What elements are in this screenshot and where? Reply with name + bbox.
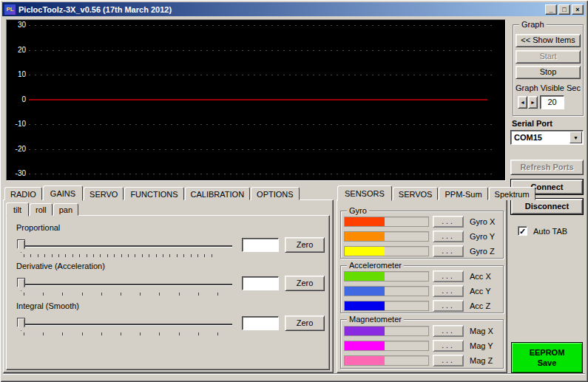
proportional-slider-track[interactable]	[22, 245, 232, 247]
acc-z-bar-fill	[345, 301, 385, 310]
acc-x-bar-fill	[345, 272, 385, 281]
tab-gains[interactable]: GAINS	[43, 185, 83, 201]
gyro-x-more-button[interactable]: ...	[433, 216, 464, 228]
mag-y-bar-fill	[345, 341, 385, 350]
gyro-z-bar-fill	[345, 247, 385, 256]
spin-left-icon[interactable]: ◄	[518, 96, 527, 109]
magnetometer-group-label: Magnetometer	[347, 315, 404, 324]
tab-servo[interactable]: SERVO	[84, 187, 124, 200]
eeprom-save-button[interactable]: EEPROM Save	[511, 342, 583, 373]
close-icon[interactable]: ×	[572, 4, 584, 15]
auto-tab-label: Auto TAB	[533, 227, 567, 236]
mag-z-more-button[interactable]: ...	[433, 355, 464, 366]
gyro-x-bar-fill	[345, 217, 385, 226]
serial-port-combobox[interactable]: COM15 ▼	[510, 130, 584, 145]
acc-y-bar	[344, 286, 429, 296]
minimize-icon[interactable]: _	[545, 4, 557, 15]
tab-radio[interactable]: RADIO	[4, 187, 42, 200]
derivative-group: Derivative (Acceleration) Zero	[7, 262, 329, 304]
derivative-slider-thumb[interactable]	[17, 278, 25, 291]
app-window: PL PiclocToolz-3X_v0.56 (17th March 2012…	[0, 0, 588, 382]
sensor-tab-bar: SENSORS SERVOS PPM-Sum Spektrum	[337, 184, 536, 200]
y-axis-tick: -20	[10, 145, 26, 154]
magnetometer-groupbox: Magnetometer ... Mag X ... Mag Y ...	[340, 319, 504, 369]
stop-button[interactable]: Stop	[516, 66, 581, 79]
integral-slider-thumb[interactable]	[17, 318, 25, 331]
chevron-down-icon[interactable]: ▼	[570, 132, 582, 143]
y-axis-tick: -30	[10, 169, 26, 178]
spin-right-icon[interactable]: ►	[528, 96, 538, 109]
tab-calibration[interactable]: CALIBRATION	[185, 187, 251, 200]
acc-x-label: Acc X	[470, 272, 491, 281]
serial-port-label: Serial Port	[512, 119, 552, 128]
tab-tilt[interactable]: tilt	[6, 202, 29, 216]
window-bottom-divider	[3, 373, 585, 375]
derivative-value-input[interactable]	[242, 276, 279, 290]
acc-y-more-button[interactable]: ...	[433, 285, 464, 297]
gridline	[29, 50, 495, 51]
gyro-x-label: Gyro X	[470, 217, 495, 226]
gyro-z-label: Gyro Z	[470, 247, 495, 256]
mag-z-bar-fill	[345, 356, 385, 365]
gridline	[29, 75, 495, 75]
y-axis-tick: 10	[10, 70, 26, 79]
mag-x-more-button[interactable]: ...	[433, 325, 464, 337]
mag-z-bar	[344, 355, 429, 366]
title-bar[interactable]: PL PiclocToolz-3X_v0.56 (17th March 2012…	[2, 2, 586, 16]
slider-ticks	[24, 254, 218, 257]
mag-x-bar	[344, 326, 429, 336]
disconnect-button[interactable]: Disconnect	[511, 199, 583, 214]
y-axis-tick: 30	[10, 21, 26, 30]
zero-line	[29, 99, 487, 100]
refresh-ports-button[interactable]: Refresh Ports	[510, 160, 584, 175]
gyro-y-bar-fill	[345, 232, 385, 241]
acc-x-more-button[interactable]: ...	[433, 270, 464, 282]
show-items-button[interactable]: << Show Items	[516, 34, 581, 47]
window-title: PiclocToolz-3X_v0.56 (17th March 2012)	[18, 5, 544, 14]
gyro-y-label: Gyro Y	[470, 232, 495, 241]
integral-slider-track[interactable]	[22, 324, 232, 325]
integral-zero-button[interactable]: Zero	[285, 316, 325, 331]
integral-label: Integral (Smooth)	[16, 301, 79, 310]
graph-canvas: 30 20 10 0 -10 -20 -30	[6, 19, 506, 181]
gyro-y-more-button[interactable]: ...	[433, 231, 464, 242]
integral-group: Integral (Smooth) Zero	[7, 301, 329, 344]
tab-sensors[interactable]: SENSORS	[337, 185, 392, 201]
app-icon: PL	[4, 4, 16, 15]
auto-tab-checkbox[interactable]: ✓	[518, 226, 527, 236]
proportional-value-input[interactable]	[242, 238, 279, 252]
slider-ticks	[24, 293, 218, 296]
derivative-zero-button[interactable]: Zero	[285, 276, 325, 291]
gyro-groupbox: Gyro ... Gyro X ... Gyro Y ...	[340, 211, 504, 259]
derivative-slider-track[interactable]	[22, 284, 232, 285]
mag-z-label: Mag Z	[470, 356, 493, 365]
graph-group-label: Graph	[519, 20, 547, 29]
proportional-slider-thumb[interactable]	[17, 239, 25, 253]
tab-pan[interactable]: pan	[53, 203, 78, 216]
axis-tab-bar: tilt roll pan	[6, 201, 79, 216]
serial-port-value: COM15	[514, 133, 542, 142]
tab-functions[interactable]: FUNCTIONS	[124, 187, 183, 200]
sensors-panel: Gyro ... Gyro X ... Gyro Y ...	[337, 199, 507, 373]
maximize-icon[interactable]: □	[558, 4, 570, 15]
accelerometer-groupbox: Accelerometer ... Acc X ... Acc Y ...	[340, 265, 504, 313]
acc-z-more-button[interactable]: ...	[433, 300, 464, 312]
tab-options[interactable]: OPTIONS	[251, 187, 300, 200]
acc-y-bar-fill	[345, 287, 385, 296]
tab-servos[interactable]: SERVOS	[393, 187, 439, 200]
eeprom-save-line1: EEPROM	[512, 347, 582, 358]
gyro-x-bar	[344, 216, 429, 227]
integral-value-input[interactable]	[242, 316, 279, 330]
tab-roll[interactable]: roll	[30, 203, 53, 216]
tilt-page: Proportional Zero Derivative (Accelerati…	[6, 215, 330, 370]
gains-panel: tilt roll pan Proportional Zero Derivati…	[3, 199, 334, 373]
mag-y-more-button[interactable]: ...	[433, 340, 464, 352]
visible-sec-value[interactable]: 20	[540, 95, 564, 109]
start-button[interactable]: Start	[516, 50, 581, 64]
gyro-z-more-button[interactable]: ...	[433, 245, 464, 257]
tab-spektrum[interactable]: Spektrum	[489, 187, 535, 200]
tab-ppm-sum[interactable]: PPM-Sum	[439, 187, 487, 200]
proportional-zero-button[interactable]: Zero	[285, 237, 325, 253]
y-axis-tick: 20	[10, 46, 26, 55]
gridline	[29, 149, 495, 150]
